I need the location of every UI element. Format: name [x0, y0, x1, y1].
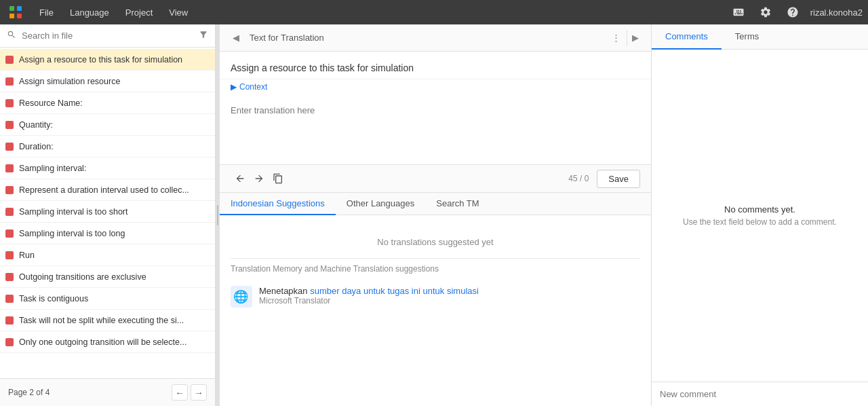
list-item[interactable]: Represent a duration interval used to co… [0, 179, 215, 201]
svg-rect-0 [9, 6, 14, 11]
svg-rect-2 [9, 14, 14, 18]
keyboard-icon[interactable] [729, 3, 748, 22]
list-item[interactable]: Assign a resource to this task for simul… [0, 49, 215, 71]
comments-area: No comments yet. Use the text field belo… [652, 50, 868, 382]
tm-source-label: Microsoft Translator [259, 296, 479, 306]
settings-icon[interactable] [756, 3, 775, 22]
translation-textarea[interactable] [231, 105, 640, 154]
content-header: ◀ Text for Translation ⋮ ▶ [220, 24, 651, 52]
list-item-text: Assign simulation resource [19, 77, 210, 86]
tm-section-header: Translation Memory and Machine Translati… [231, 258, 640, 276]
list-item[interactable]: Run [0, 244, 215, 266]
context-arrow: ▶ [231, 82, 237, 92]
source-text: Assign a resource to this task for simul… [220, 52, 651, 79]
status-dot [5, 99, 14, 107]
status-dot [5, 229, 14, 238]
status-dot [5, 251, 14, 259]
nav-arrows: ← → [172, 384, 207, 401]
suggestions-area: No translations suggested yet Translatio… [220, 215, 651, 406]
no-comments-hint: Use the text field below to add a commen… [683, 217, 837, 227]
back-button[interactable] [231, 169, 250, 188]
list-item-text: Only one outgoing transition will be sel… [19, 337, 210, 347]
translation-toolbar: 45 / 0 Save [220, 165, 651, 193]
tab-terms[interactable]: Terms [722, 24, 772, 50]
list-item-text: Outgoing transitions are exclusive [19, 272, 210, 282]
list-item[interactable]: Only one outgoing transition will be sel… [0, 331, 215, 353]
no-suggestions-text: No translations suggested yet [231, 226, 640, 258]
menu-view[interactable]: View [161, 0, 196, 24]
tm-item-text: Menetapkan sumber daya untuk tugas ini u… [259, 286, 479, 306]
search-icon [7, 30, 16, 41]
tm-item[interactable]: 🌐 Menetapkan sumber daya untuk tugas ini… [231, 282, 640, 312]
expand-button[interactable]: ▶ [627, 30, 643, 46]
app-icon [5, 2, 26, 22]
list-item[interactable]: Sampling interval: [0, 158, 215, 179]
forward-button[interactable] [250, 169, 269, 188]
menu-project[interactable]: Project [117, 0, 161, 24]
prev-page-button[interactable]: ← [172, 384, 188, 401]
status-dot [5, 295, 14, 303]
status-dot [5, 338, 14, 346]
list-item[interactable]: Resource Name: [0, 92, 215, 114]
status-dot [5, 143, 14, 151]
menu-file[interactable]: File [31, 0, 62, 24]
sidebar: Assign a resource to this task for simul… [0, 24, 216, 406]
list-item[interactable]: Sampling interval is too short [0, 201, 215, 223]
menu-bar-right: rizal.konoha2 [729, 3, 863, 22]
tm-icon: 🌐 [231, 286, 252, 308]
list-item-text: Sampling interval is too long [19, 229, 210, 238]
status-dot [5, 77, 14, 86]
status-dot [5, 273, 14, 281]
translation-input-area [220, 97, 651, 165]
list-item-text: Assign a resource to this task for simul… [19, 55, 210, 64]
collapse-button[interactable]: ◀ [228, 30, 244, 46]
right-panel-tabs: Comments Terms [652, 24, 868, 50]
help-icon[interactable] [783, 3, 802, 22]
list-item[interactable]: Outgoing transitions are exclusive [0, 266, 215, 288]
svg-text:🌐: 🌐 [233, 289, 249, 304]
tab-indonesian[interactable]: Indonesian Suggestions [220, 193, 336, 215]
tm-main-text: Menetapkan sumber daya untuk tugas ini u… [259, 286, 479, 296]
menu-language[interactable]: Language [62, 0, 117, 24]
tab-comments[interactable]: Comments [652, 24, 722, 50]
right-panel: Comments Terms No comments yet. Use the … [651, 24, 868, 406]
list-item[interactable]: Quantity: [0, 114, 215, 136]
next-page-button[interactable]: → [191, 384, 207, 401]
list-item[interactable]: Assign simulation resource [0, 71, 215, 92]
svg-rect-1 [17, 6, 22, 11]
list-item[interactable]: Task will not be split while executing t… [0, 310, 215, 331]
context-label: Context [239, 82, 267, 92]
list-item[interactable]: Sampling interval is too long [0, 223, 215, 244]
char-count: 45 / 0 [568, 174, 589, 183]
list-item-text: Sampling interval is too short [19, 207, 210, 217]
sidebar-footer: Page 2 of 4 ← → [0, 378, 215, 406]
content-panel: ◀ Text for Translation ⋮ ▶ Assign a reso… [220, 24, 651, 406]
list-item-text: Task is contiguous [19, 294, 210, 303]
filter-icon[interactable] [199, 30, 208, 41]
search-bar [0, 24, 215, 48]
status-dot [5, 186, 14, 194]
search-input[interactable] [22, 31, 193, 41]
svg-rect-3 [17, 14, 22, 18]
username: rizal.konoha2 [810, 7, 863, 18]
status-dot [5, 121, 14, 129]
new-comment-input[interactable] [660, 389, 860, 399]
save-button[interactable]: Save [597, 170, 640, 188]
list-item[interactable]: Task is contiguous [0, 288, 215, 310]
more-options-button[interactable]: ⋮ [608, 30, 624, 46]
copy-source-button[interactable] [269, 169, 288, 188]
list-item-text: Resource Name: [19, 98, 210, 108]
list-item-text: Duration: [19, 142, 210, 151]
new-comment-bar [652, 382, 868, 406]
tab-search-tm[interactable]: Search TM [425, 193, 490, 215]
list-item-text: Represent a duration interval used to co… [19, 185, 210, 195]
status-dot [5, 56, 14, 64]
context-link[interactable]: ▶ Context [220, 79, 651, 97]
no-comments-text: No comments yet. [724, 204, 795, 215]
list-item[interactable]: Duration: [0, 136, 215, 158]
tab-other-languages[interactable]: Other Languages [336, 193, 425, 215]
content-header-title: Text for Translation [250, 33, 608, 43]
menu-bar: File Language Project View rizal.konoha2 [0, 0, 868, 24]
list-item-text: Quantity: [19, 120, 210, 130]
list-item-text: Sampling interval: [19, 164, 210, 173]
